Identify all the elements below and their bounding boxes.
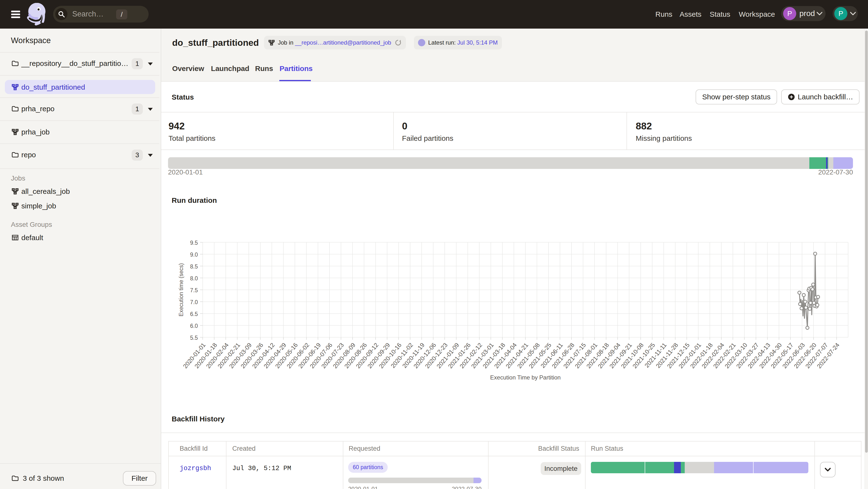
svg-text:9.0: 9.0 [190,252,198,258]
svg-text:8.0: 8.0 [190,275,198,282]
svg-text:7.5: 7.5 [190,287,198,293]
svg-text:6.0: 6.0 [190,323,198,329]
svg-text:7.0: 7.0 [190,299,198,305]
svg-text:5.5: 5.5 [190,335,198,341]
svg-text:8.5: 8.5 [190,263,198,270]
svg-text:Execution time (secs): Execution time (secs) [178,263,184,317]
svg-text:Execution Time by Partition: Execution Time by Partition [490,374,561,381]
svg-text:6.5: 6.5 [190,311,198,317]
svg-text:9.5: 9.5 [190,240,198,246]
